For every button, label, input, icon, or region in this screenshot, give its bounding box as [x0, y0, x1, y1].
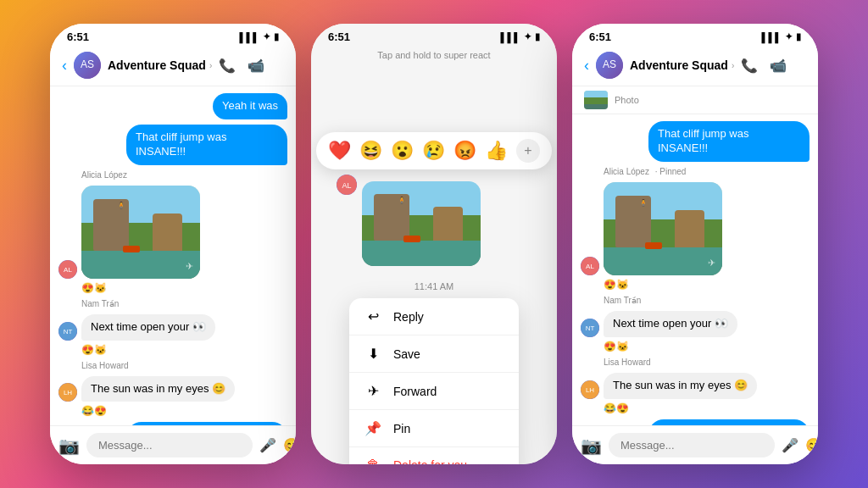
cliff-jumper-2: 🧍 — [398, 197, 406, 204]
header-name-row-3: Adventure Squad › — [630, 58, 734, 72]
message-input-3[interactable] — [609, 433, 775, 458]
msg-avatar: LH — [581, 380, 599, 399]
emoji-thumbs-up[interactable]: 👍 — [485, 140, 508, 162]
reaction-emoji: 😍🐱 — [604, 341, 629, 352]
photo-message-1[interactable]: 🧍 ✈ — [81, 186, 200, 279]
cliff-rock-right — [153, 214, 182, 256]
call-icon-1[interactable]: 📞 — [219, 58, 236, 74]
sender-name: Nam Trần — [81, 299, 287, 308]
sent-bubble: Bonfires at night were my fave — [648, 419, 810, 425]
sent-bubble: That cliff jump was INSANE!!! — [648, 121, 810, 162]
header-actions-3: 📞 📹 — [741, 58, 787, 74]
chat-header-3: ‹ AS Adventure Squad › 📞 📹 — [572, 47, 818, 86]
delete-label: Delete for you — [393, 458, 467, 464]
forward-label: Forward — [393, 385, 437, 398]
cliff-scene-3: 🧍 — [604, 182, 722, 275]
emoji-add-button[interactable]: + — [516, 139, 540, 163]
name-chevron-3: › — [732, 61, 734, 70]
svg-text:NT: NT — [586, 324, 595, 332]
status-bar-2: 6:51 ▌▌▌ ✦ ▮ — [311, 24, 557, 47]
battery-icon: ▮ — [274, 31, 279, 42]
menu-item-delete[interactable]: 🗑 Delete for you — [349, 447, 519, 464]
message-input-1[interactable] — [86, 433, 253, 458]
cliff-scene-2: 🧍 — [362, 181, 481, 266]
camera-icon-1[interactable]: 📷 — [58, 435, 80, 456]
camera-icon-3[interactable]: 📷 — [581, 435, 602, 456]
emoji-laugh[interactable]: 😆 — [359, 140, 382, 162]
messages-3: That cliff jump was INSANE!!! Alicia Lóp… — [572, 114, 818, 425]
call-icon-3[interactable]: 📞 — [741, 58, 758, 74]
cliff-water-3 — [604, 247, 722, 275]
reaction-row: 😍🐱 — [81, 344, 287, 356]
msg-avatar: LH — [58, 383, 77, 402]
pinned-banner[interactable]: Photo — [572, 86, 818, 114]
input-actions-3: 🎤 😊 ⊕ — [782, 437, 818, 453]
back-button-3[interactable]: ‹ — [584, 57, 589, 75]
forward-icon: ✈ — [364, 383, 381, 399]
svg-text:LH: LH — [586, 386, 594, 394]
signal-icon-2: ▌▌▌ — [501, 32, 520, 42]
reaction-emoji: 😂😍 — [81, 405, 107, 417]
sticker-icon-3[interactable]: 😊 — [805, 437, 818, 453]
cliff-boat-3 — [645, 242, 662, 249]
cliff-jumper: 🧍 — [117, 202, 125, 209]
photo-message-3[interactable]: 🧍 ✈ — [604, 182, 722, 275]
reaction-emoji-3: 😍🐱 — [604, 279, 629, 291]
message-input-bar-1: 📷 🎤 😊 ⊕ — [50, 425, 296, 464]
emoji-wow[interactable]: 😮 — [391, 140, 414, 162]
time-2: 6:51 — [328, 30, 350, 43]
back-button-1[interactable]: ‹ — [62, 57, 67, 75]
msg-row: LH The sun was in my eyes 😊 — [581, 373, 810, 399]
menu-item-save[interactable]: ⬇ Save — [349, 336, 519, 373]
svg-text:AS: AS — [81, 58, 94, 70]
save-label: Save — [393, 347, 420, 361]
sender-name: Lisa Howard — [604, 358, 810, 367]
msg-avatar: NT — [58, 322, 77, 341]
pinned-thumbnail — [584, 91, 608, 109]
group-name-3: Adventure Squad — [630, 58, 728, 72]
group-name-1: Adventure Squad — [108, 58, 206, 72]
cliff-scene: 🧍 — [81, 186, 200, 279]
emoji-heart[interactable]: ❤️ — [328, 140, 351, 162]
status-bar-1: 6:51 ▌▌▌ ✦ ▮ — [50, 24, 296, 47]
msg-row: LH The sun was in my eyes 😊 — [58, 376, 287, 402]
sender-name-pinned: Alicia López · Pinned — [604, 167, 810, 176]
video-icon-1[interactable]: 📹 — [248, 58, 264, 74]
msg-row: That cliff jump was INSANE!!! — [581, 121, 810, 162]
cliff-rock2-2 — [433, 207, 463, 245]
battery-icon-3: ▮ — [796, 31, 801, 42]
menu-item-reply[interactable]: ↩ Reply — [349, 298, 519, 336]
received-bubble: The sun was in my eyes 😊 — [604, 373, 757, 399]
video-icon-3[interactable]: 📹 — [770, 58, 787, 74]
sent-bubble: Yeah it was — [213, 93, 287, 119]
sticker-icon-1[interactable]: 😊 — [283, 437, 296, 453]
svg-text:AL: AL — [586, 263, 594, 270]
signal-icon: ▌▌▌ — [240, 32, 259, 42]
header-name-row-1: Adventure Squad › — [108, 58, 212, 72]
pin-badge: · Pinned — [655, 167, 687, 176]
emoji-angry[interactable]: 😡 — [453, 140, 476, 162]
msg-avatar: NT — [581, 319, 599, 337]
cliff-boat-2 — [403, 236, 420, 242]
status-icons-2: ▌▌▌ ✦ ▮ — [501, 31, 540, 42]
photo-preview-row: AL 🧍 — [311, 169, 557, 278]
messages-1: Yeah it was That cliff jump was INSANE!!… — [50, 86, 296, 425]
pinned-info: Photo — [615, 95, 639, 105]
sender-name: Lisa Howard — [81, 361, 287, 370]
reaction-emoji: 😍🐱 — [81, 344, 107, 356]
emoji-sad[interactable]: 😢 — [422, 140, 445, 162]
svg-text:AL: AL — [64, 266, 72, 274]
time-1: 6:51 — [67, 30, 89, 43]
mic-icon-3[interactable]: 🎤 — [782, 437, 798, 453]
group-avatar-1: AS — [74, 52, 101, 79]
menu-item-forward[interactable]: ✈ Forward — [349, 373, 519, 410]
wifi-icon-2: ✦ — [524, 31, 531, 42]
preview-avatar: AL — [337, 175, 357, 195]
cliff-jumper-3: 🧍 — [639, 199, 648, 207]
menu-item-pin[interactable]: 📌 Pin — [349, 410, 519, 447]
wifi-icon-3: ✦ — [785, 31, 793, 42]
time-3: 6:51 — [589, 30, 611, 43]
mic-icon-1[interactable]: 🎤 — [259, 437, 276, 453]
msg-row: AL 🧍 ✈ — [581, 182, 810, 275]
pin-label: Pin — [393, 422, 410, 435]
